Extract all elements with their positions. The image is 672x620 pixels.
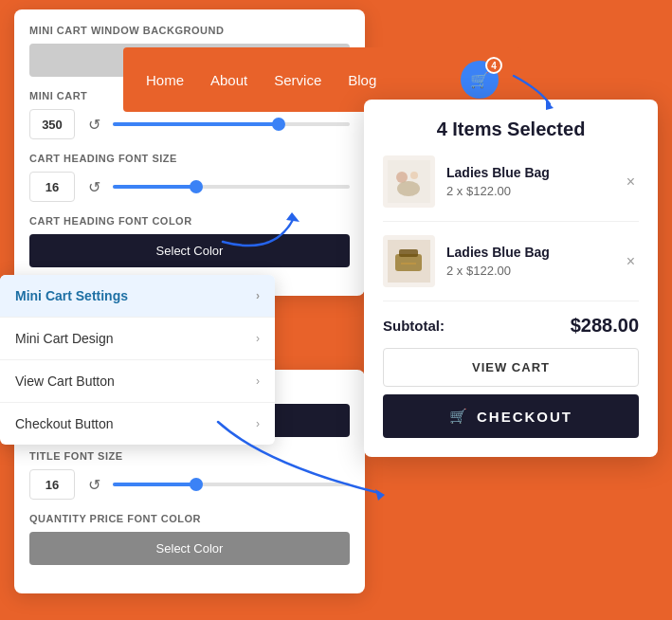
menu-item-mini-cart-design[interactable]: Mini Cart Design › bbox=[0, 318, 275, 360]
subtotal-amount: $288.00 bbox=[571, 315, 639, 337]
item-2-name: Ladies Blue Bag bbox=[446, 245, 611, 260]
mini-cart-title: 4 Items Selected bbox=[383, 119, 639, 140]
menu-item-mini-cart-settings[interactable]: Mini Cart Settings › bbox=[0, 275, 275, 318]
item-1-name: Ladies Blue Bag bbox=[446, 165, 611, 180]
checkout-btn[interactable]: 🛒 CHECKOUT bbox=[383, 394, 639, 438]
mini-cart-width-slider-row: 350 ↺ bbox=[29, 109, 350, 139]
chevron-right-icon: › bbox=[256, 289, 260, 302]
remove-item-2-btn[interactable]: × bbox=[623, 249, 639, 274]
title-font-size-fill bbox=[113, 483, 196, 486]
cart-heading-font-size-reset[interactable]: ↺ bbox=[82, 175, 105, 198]
cart-badge: 4 bbox=[485, 57, 502, 74]
cart-button[interactable]: 🛒 4 bbox=[461, 61, 499, 99]
title-font-size-value: 16 bbox=[29, 469, 75, 500]
qty-price-font-color-btn[interactable]: Select Color bbox=[29, 532, 350, 565]
cart-heading-font-size-slider-row: 16 ↺ bbox=[29, 172, 350, 202]
title-font-size-track[interactable] bbox=[113, 483, 350, 486]
nav-home[interactable]: Home bbox=[146, 72, 184, 88]
mini-cart-menu: Mini Cart Settings › Mini Cart Design › … bbox=[0, 275, 275, 445]
mini-cart-width-fill bbox=[113, 122, 279, 126]
cart-heading-font-size-track[interactable] bbox=[113, 185, 350, 189]
menu-item-label: Checkout Button bbox=[15, 416, 114, 431]
nav-service[interactable]: Service bbox=[274, 72, 321, 88]
menu-item-view-cart-button[interactable]: View Cart Button › bbox=[0, 360, 275, 403]
bg-label: MINI CART WINDOW BACKGROUND bbox=[29, 25, 350, 36]
item-1-image bbox=[383, 155, 435, 208]
qty-price-font-color-label: QUANTITY PRICE FONT COLOR bbox=[29, 513, 350, 524]
mini-cart-width-reset[interactable]: ↺ bbox=[82, 113, 105, 136]
nav-blog[interactable]: Blog bbox=[348, 72, 376, 88]
mini-cart-popup: 4 Items Selected Ladies Blue Bag 2 x $12… bbox=[364, 100, 658, 457]
menu-item-label: Mini Cart Design bbox=[15, 331, 113, 346]
chevron-right-icon: › bbox=[256, 374, 260, 388]
menu-item-label: Mini Cart Settings bbox=[15, 288, 128, 303]
chevron-right-icon: › bbox=[256, 332, 260, 345]
subtotal-row: Subtotal: $288.00 bbox=[383, 315, 639, 337]
item-1-price: 2 x $122.00 bbox=[446, 184, 611, 198]
cart-heading-font-size-value: 16 bbox=[29, 172, 75, 202]
title-font-size-label: TITLE FONT SIZE bbox=[29, 450, 350, 462]
mini-cart-width-track[interactable] bbox=[113, 122, 350, 126]
svg-rect-6 bbox=[399, 249, 418, 257]
menu-item-checkout-button[interactable]: Checkout Button › bbox=[0, 403, 275, 445]
nav-links: Home About Service Blog bbox=[146, 72, 376, 88]
cart-icon: 🛒 bbox=[449, 408, 469, 425]
item-2-image bbox=[383, 235, 435, 287]
view-cart-btn[interactable]: VIEW CART bbox=[383, 348, 639, 387]
cart-heading-font-color-label: CART HEADING FONT COLOR bbox=[29, 215, 350, 227]
cart-item-2: Ladies Blue Bag 2 x $122.00 × bbox=[383, 235, 639, 301]
chevron-right-icon: › bbox=[256, 417, 260, 430]
svg-marker-9 bbox=[375, 489, 385, 501]
svg-rect-7 bbox=[401, 263, 416, 264]
title-font-size-reset[interactable]: ↺ bbox=[82, 473, 105, 496]
svg-point-2 bbox=[397, 181, 420, 196]
subtotal-label: Subtotal: bbox=[383, 318, 445, 334]
menu-item-label: View Cart Button bbox=[15, 374, 115, 389]
item-1-info: Ladies Blue Bag 2 x $122.00 bbox=[446, 165, 611, 198]
cart-heading-font-color-btn[interactable]: Select Color bbox=[29, 234, 350, 267]
checkout-label: CHECKOUT bbox=[477, 409, 572, 425]
title-font-size-slider-row: 16 ↺ bbox=[29, 469, 350, 500]
cart-heading-font-size-thumb[interactable] bbox=[190, 180, 203, 193]
cart-heading-font-size-label: CART HEADING FONT SIZE bbox=[29, 153, 350, 164]
item-2-info: Ladies Blue Bag 2 x $122.00 bbox=[446, 245, 611, 278]
svg-point-3 bbox=[410, 172, 418, 179]
nav-about[interactable]: About bbox=[210, 72, 247, 88]
cart-heading-font-size-fill bbox=[113, 185, 196, 189]
mini-cart-width-value: 350 bbox=[29, 109, 75, 139]
item-2-price: 2 x $122.00 bbox=[446, 264, 611, 278]
cart-item-1: Ladies Blue Bag 2 x $122.00 × bbox=[383, 155, 639, 222]
title-font-size-thumb[interactable] bbox=[190, 478, 203, 491]
remove-item-1-btn[interactable]: × bbox=[623, 170, 639, 194]
svg-point-1 bbox=[396, 172, 408, 183]
mini-cart-width-thumb[interactable] bbox=[272, 118, 285, 131]
